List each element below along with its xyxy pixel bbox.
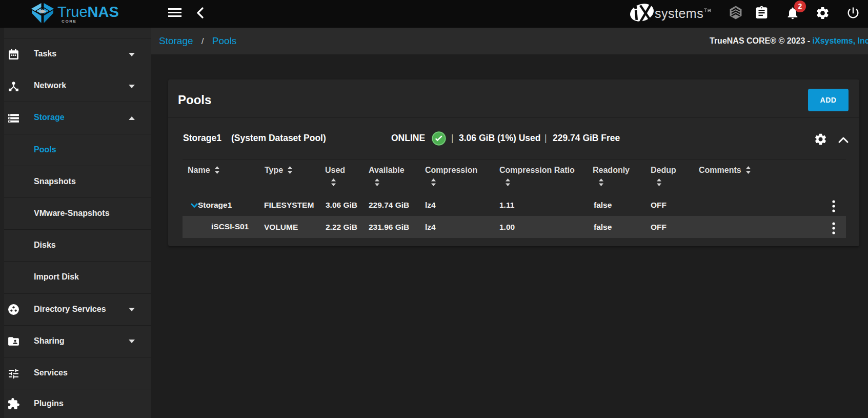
svg-text:systems: systems xyxy=(655,6,703,21)
